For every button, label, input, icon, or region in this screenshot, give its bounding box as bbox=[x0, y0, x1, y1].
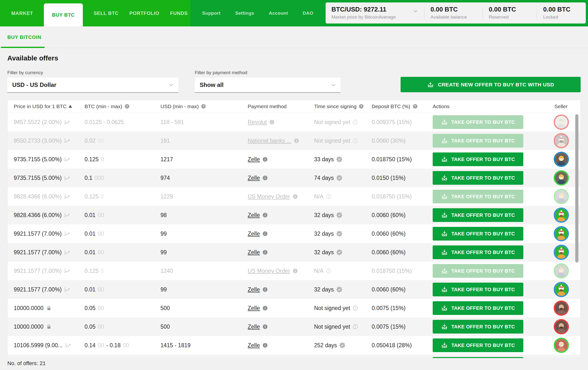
column-header-price[interactable]: Price in USD for 1 BTC bbox=[8, 104, 85, 109]
seller-avatar[interactable] bbox=[554, 115, 569, 130]
info-icon[interactable] bbox=[262, 156, 268, 162]
info-icon[interactable] bbox=[262, 287, 268, 292]
take-offer-button[interactable]: TAKE OFFER TO BUY BTC bbox=[433, 171, 523, 185]
info-icon[interactable] bbox=[262, 342, 268, 348]
payment-filter-value: Show all bbox=[200, 81, 223, 88]
usd-range-value: 500 bbox=[160, 324, 248, 330]
nav-item-support[interactable]: Support bbox=[202, 11, 220, 16]
nav-item-settings[interactable]: Settings bbox=[235, 11, 254, 16]
price-chart-icon bbox=[64, 249, 70, 255]
seller-avatar[interactable] bbox=[554, 338, 569, 353]
payment-method-link[interactable]: Zelle bbox=[248, 324, 260, 330]
column-header-time[interactable]: Time since signing ? bbox=[314, 104, 372, 109]
info-icon[interactable] bbox=[269, 119, 275, 125]
price-value: 9828.4366 (6.00%) bbox=[14, 193, 62, 200]
seller-avatar[interactable] bbox=[554, 226, 569, 241]
svg-text:?: ? bbox=[360, 104, 362, 108]
deposit-value: 0.0060 (30%) bbox=[372, 138, 433, 144]
column-header-actions: Actions bbox=[433, 104, 526, 109]
table-row-partial bbox=[8, 355, 580, 358]
seller-avatar[interactable] bbox=[554, 189, 569, 204]
payment-method-filter-select[interactable]: Show all bbox=[195, 78, 341, 93]
seller-avatar[interactable] bbox=[554, 170, 569, 185]
take-offer-button[interactable]: TAKE OFFER TO BUY BTC bbox=[433, 190, 523, 203]
info-icon[interactable] bbox=[294, 138, 299, 144]
payment-method-link[interactable]: Zelle bbox=[248, 175, 260, 181]
price-chart-icon bbox=[64, 138, 70, 144]
payment-method-link[interactable]: US Money Order bbox=[248, 193, 290, 200]
help-icon: ? bbox=[201, 104, 206, 109]
take-offer-button[interactable]: TAKE OFFER TO BUY BTC bbox=[433, 134, 523, 148]
usd-range-value: 99 bbox=[160, 249, 248, 256]
info-icon[interactable] bbox=[292, 194, 298, 199]
btc-range-value: 0.0100 bbox=[85, 231, 160, 237]
payment-method-link[interactable]: Revolut bbox=[248, 119, 267, 126]
info-icon[interactable] bbox=[262, 212, 268, 218]
take-offer-button[interactable]: TAKE OFFER TO BUY BTC bbox=[433, 152, 523, 166]
seller-avatar[interactable] bbox=[554, 245, 569, 260]
seller-avatar[interactable] bbox=[554, 208, 569, 223]
take-offer-button[interactable]: TAKE OFFER TO BUY BTC bbox=[433, 208, 523, 222]
nav-item-buy-btc[interactable]: BUY BTC bbox=[44, 3, 83, 26]
info-icon[interactable] bbox=[262, 305, 268, 311]
payment-method-link[interactable]: Zelle bbox=[248, 212, 260, 219]
column-header-payment[interactable]: Payment method bbox=[248, 104, 314, 109]
info-icon[interactable] bbox=[262, 249, 268, 255]
btc-range-value: 0.1250 bbox=[85, 193, 160, 200]
nav-item-account[interactable]: Account bbox=[269, 11, 288, 16]
chevron-down-icon bbox=[168, 82, 174, 88]
take-offer-button[interactable]: TAKE OFFER TO BUY BTC bbox=[433, 301, 523, 315]
table-scrollbar[interactable] bbox=[575, 114, 578, 263]
column-header-deposit[interactable]: Deposit BTC (%) ? bbox=[372, 104, 433, 109]
info-icon[interactable] bbox=[262, 175, 268, 181]
payment-method-link[interactable]: Zelle bbox=[248, 305, 260, 312]
take-offer-button-partial[interactable] bbox=[433, 357, 523, 358]
take-offer-button[interactable]: TAKE OFFER TO BUY BTC bbox=[433, 283, 523, 296]
time-since-signing-value: N/A bbox=[314, 268, 323, 274]
nav-item-market[interactable]: MARKET bbox=[11, 0, 33, 26]
currency-filter-select[interactable]: USD - US Dollar bbox=[7, 78, 178, 93]
seller-avatar[interactable] bbox=[554, 263, 569, 278]
tab-buy-bitcoin[interactable]: BUY BITCOIN bbox=[7, 26, 41, 48]
column-header-btc[interactable]: BTC (min - max) ? bbox=[85, 104, 160, 109]
info-icon[interactable] bbox=[262, 231, 268, 237]
payment-method-link[interactable]: Zelle bbox=[248, 156, 260, 163]
nav-item-sell-btc[interactable]: SELL BTC bbox=[94, 0, 119, 26]
seller-avatar[interactable] bbox=[554, 282, 569, 297]
take-offer-icon bbox=[441, 212, 448, 219]
take-offer-button[interactable]: TAKE OFFER TO BUY BTC bbox=[433, 227, 523, 241]
info-icon[interactable] bbox=[292, 268, 298, 274]
secondary-nav: SupportSettingsAccountDAO bbox=[190, 0, 313, 26]
help-icon: ? bbox=[412, 104, 418, 109]
seller-avatar[interactable] bbox=[554, 152, 569, 167]
time-since-signing-value: 32 days bbox=[314, 286, 334, 293]
take-offer-button[interactable]: TAKE OFFER TO BUY BTC bbox=[433, 245, 523, 259]
take-offer-button[interactable]: TAKE OFFER TO BUY BTC bbox=[433, 338, 523, 352]
payment-method-link[interactable]: Zelle bbox=[248, 231, 260, 237]
nav-item-portfolio[interactable]: PORTFOLIO bbox=[129, 0, 159, 26]
price-value: 9921.1577 (7.00%) bbox=[14, 231, 62, 237]
price-value: 10000.0000 bbox=[14, 324, 44, 330]
payment-method-link[interactable]: Zelle bbox=[248, 249, 260, 256]
nav-item-funds[interactable]: FUNDS bbox=[170, 0, 188, 26]
seller-avatar[interactable] bbox=[554, 319, 569, 334]
payment-method-link[interactable]: Zelle bbox=[248, 342, 260, 349]
take-offer-button[interactable]: TAKE OFFER TO BUY BTC bbox=[433, 264, 523, 278]
create-offer-button[interactable]: CREATE NEW OFFER TO BUY BTC WITH USD bbox=[401, 77, 581, 92]
take-offer-icon bbox=[441, 137, 448, 144]
payment-method-link[interactable]: US Money Order bbox=[248, 268, 290, 274]
price-chart-icon bbox=[64, 193, 70, 200]
payment-method-link[interactable]: National banks ... bbox=[248, 138, 291, 144]
price-value: 9457.5522 (2.00%) bbox=[14, 119, 62, 126]
nav-item-dao[interactable]: DAO bbox=[303, 11, 313, 16]
payment-method-link[interactable]: Zelle bbox=[248, 286, 260, 293]
info-icon[interactable] bbox=[262, 324, 268, 330]
column-header-usd[interactable]: USD (min - max) ? bbox=[160, 104, 248, 109]
table-row: 9735.7155 (5.00%) 0.1250 1217 Zelle 33 d… bbox=[8, 150, 580, 169]
seller-avatar[interactable] bbox=[554, 301, 569, 316]
market-pair-selector[interactable]: BTC/USD: 9272.11 Market price by Bitcoin… bbox=[326, 2, 424, 23]
create-offer-button-label: CREATE NEW OFFER TO BUY BTC WITH USD bbox=[438, 82, 554, 88]
take-offer-button[interactable]: TAKE OFFER TO BUY BTC bbox=[433, 320, 523, 334]
seller-avatar[interactable] bbox=[554, 133, 569, 148]
take-offer-button[interactable]: TAKE OFFER TO BUY BTC bbox=[433, 115, 523, 129]
